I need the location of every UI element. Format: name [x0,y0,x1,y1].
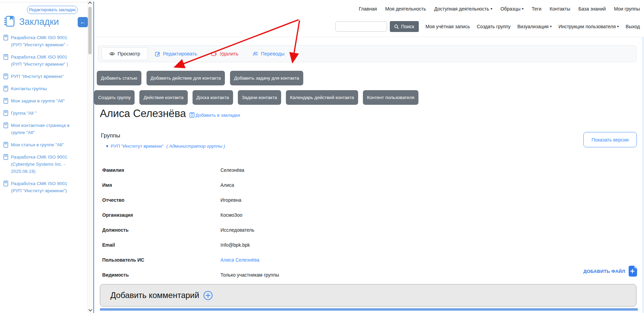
scroll-up-arrow-icon[interactable] [88,1,92,5]
bookmark-list-item[interactable]: Разработка СМК ISO 9001 (РУП "Институт в… [3,34,72,48]
contact-fields: Фамилия Селезнёва Имя Алиса Отчество Иго… [102,163,511,282]
main-panel-left-border [93,1,94,313]
bookmark-icon [3,73,8,79]
create-group-button[interactable]: Создать группу [94,90,135,105]
field-row-visibility: Видимость Только участникам группы [102,267,511,282]
group-list-item: РУП "Институт времени" ( Администратор г… [106,144,225,149]
bookmarks-list: Разработка СМК ISO 9001 (РУП "Институт в… [3,34,72,194]
bookmarks-sidebar: Редактировать закладки Закладки Разработ… [0,0,87,313]
bookmark-list-item[interactable]: Контакты группы [3,85,72,92]
scroll-down-arrow-icon[interactable] [88,308,92,311]
bookmark-icon [3,154,8,160]
next-section-top-bar [100,308,638,311]
field-row-position: Должность Исследователь [102,223,511,237]
bookmark-list-item[interactable]: РУП "Институт времени" [3,73,72,80]
bookmark-list-item[interactable]: Моя контактная страница в группе "All" [3,122,72,136]
scrollbar-thumb[interactable] [88,7,92,54]
bookmark-icon [3,54,8,60]
bookmark-icon [3,86,8,92]
bookmark-link[interactable]: Моя контактная страница в группе "All" [11,122,72,136]
action-buttons-row1: Добавить статью Добавить действие для ко… [97,71,303,85]
chevron-down-icon: ▾ [491,7,492,11]
add-file-link[interactable]: ДОБАВИТЬ ФАЙЛ [583,266,638,277]
nav-samples[interactable]: Образцы ▾ [501,6,524,12]
tab-translations[interactable]: Переводы [246,51,292,56]
bookmark-link[interactable]: Мои статьи в группе "All" [11,141,64,148]
field-row-middlename: Отчество Игоревна [102,193,511,208]
tab-view[interactable]: Просмотр [102,47,148,60]
bookmark-list-item[interactable]: Разработка СМК ISO 9001 (РУП "Институт в… [3,180,72,194]
nav-my-account[interactable]: Моя учётная запись [426,24,470,29]
delete-icon [211,52,217,56]
bookmark-link[interactable]: Разработка СМК ISO 9001 (РУП "Институт в… [11,34,72,48]
file-plus-icon [627,266,638,277]
bookmark-icon [3,142,8,148]
sidebar-collapse-button[interactable]: ← [78,17,88,27]
bookmarks-book-icon [3,15,16,29]
bookmark-link[interactable]: Контакты группы [11,85,47,92]
nav-contacts[interactable]: Контакты [550,6,570,12]
add-contact-task-button[interactable]: Добавить задачу для контакта [230,71,303,85]
edit-bookmarks-button[interactable]: Редактировать закладки [27,6,78,14]
bookmark-list-item[interactable]: Группа "All " [3,110,72,117]
bookmark-link[interactable]: Мои задачи в группе "All" [11,97,65,104]
action-buttons-row2: Создать группу Действия контакта Доска к… [94,90,418,105]
entity-tabs: Просмотр Редактировать Удалить Переводы [98,45,637,62]
add-article-button[interactable]: Добавить статью [97,71,141,85]
bookmark-link[interactable]: РУП "Институт времени" [11,73,64,80]
field-row-is-user: Пользователь ИС Алиса Селезнёва [102,252,511,267]
nav-my-groups[interactable]: Мои группы [614,6,640,12]
chevron-down-icon: ▾ [522,7,523,11]
edit-pencil-icon [155,51,160,56]
header-divider [94,37,644,37]
user-content-button[interactable]: Контент пользователя [363,90,418,105]
group-role-label: ( Администратор группы ) [166,144,225,149]
search-group: Поиск [335,21,419,32]
contact-actions-calendar-button[interactable]: Календарь действий контакта [286,90,358,105]
nav-my-activity[interactable]: Моя деятельность [385,6,426,12]
tab-delete[interactable]: Удалить [204,51,245,56]
sidebar-scrollbar[interactable] [87,0,93,313]
add-to-bookmarks-link[interactable]: Добавить в закладки [189,112,240,118]
add-comment-panel[interactable]: Добавить комментарий [100,284,637,307]
nav-available-activity[interactable]: Доступная деятельность ▾ [434,6,492,12]
primary-nav: Главная Моя деятельность Доступная деяте… [204,6,640,12]
bookmark-list-item[interactable]: Мои статьи в группе "All" [3,141,72,148]
bookmark-icon [3,110,8,116]
list-bullet [106,145,108,147]
nav-create-group[interactable]: Создать группу [477,24,510,29]
bookmark-list-item[interactable]: Разработка СМК ISO 9001 (РУП "Институт в… [3,53,72,68]
nav-user-instructions[interactable]: Инструкции пользователя ▾ [558,24,619,29]
nav-logout[interactable]: Выход [626,24,640,29]
secondary-nav: Поиск Моя учётная запись Создать группу … [335,21,640,32]
tab-edit[interactable]: Редактировать [148,51,204,56]
sidebar-title: Закладки [19,17,59,27]
nav-visualization[interactable]: Визуализация ▾ [517,24,552,29]
translations-icon [253,52,258,56]
nav-tags[interactable]: Теги [532,6,541,12]
show-versions-button[interactable]: Показать версии [583,132,637,147]
bookmark-list-item[interactable]: Разработка СМК ISO 9001 (Cyberdyne Syste… [3,153,72,175]
bookmark-link[interactable]: Разработка СМК ISO 9001 (Cyberdyne Syste… [11,153,72,175]
bookmark-icon [3,122,8,128]
sidebar-top-divider [0,2,93,2]
bookmark-list-item[interactable]: Мои задачи в группе "All" [3,97,72,104]
contact-actions-button[interactable]: Действия контакта [139,90,187,105]
bookmark-icon [3,98,8,104]
chevron-down-icon: ▾ [550,25,552,28]
contact-tasks-button[interactable]: Задачи контакта [238,90,281,105]
search-input[interactable] [335,21,387,32]
nav-home[interactable]: Главная [359,6,377,12]
nav-knowledge-base[interactable]: База знаний [578,6,605,12]
plus-circle-icon [203,291,213,300]
is-user-link[interactable]: Алиса Селезнёва [220,257,259,263]
add-comment-label: Добавить комментарий [110,291,199,300]
bookmark-link[interactable]: Разработка СМК ISO 9001 (РУП "Институт в… [11,180,72,194]
search-button[interactable]: Поиск [390,21,419,32]
group-link[interactable]: РУП "Институт времени" [111,144,164,149]
contact-board-button[interactable]: Доска контакта [193,90,233,105]
bookmark-link[interactable]: Группа "All " [11,110,36,117]
bookmark-icon [3,35,8,40]
bookmark-link[interactable]: Разработка СМК ISO 9001 (РУП "Институт в… [11,53,72,68]
add-contact-action-button[interactable]: Добавить действие для контакта [147,71,225,85]
